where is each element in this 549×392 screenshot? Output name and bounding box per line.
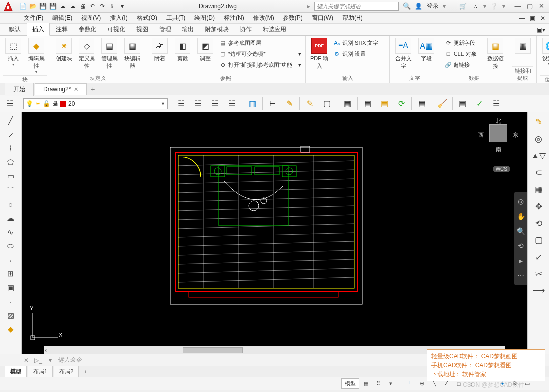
- tool-f-icon[interactable]: ▤: [456, 97, 469, 111]
- rectangle-icon[interactable]: ▭: [4, 170, 18, 183]
- ole-object-button[interactable]: □OLE 对象: [443, 49, 483, 59]
- datalink-button[interactable]: ▦数据链接: [485, 38, 506, 70]
- stretch-icon[interactable]: ⤢: [531, 249, 546, 264]
- update-field-button[interactable]: ⟳更新字段: [443, 38, 483, 48]
- ortho-icon[interactable]: └: [404, 379, 415, 389]
- cmd-dropdown-icon[interactable]: ▾: [46, 356, 55, 365]
- login-link[interactable]: 登录: [427, 2, 439, 10]
- tool-e-icon[interactable]: ▤: [415, 97, 429, 111]
- menu-file[interactable]: 文件(F): [22, 13, 45, 23]
- ribtab-parametric[interactable]: 参数化: [74, 23, 101, 35]
- drawing-canvas[interactable]: 北 西 东 南 WCS ◎ ✋ 🔍 ⟲ ▸ ⋯: [22, 112, 527, 354]
- circle-icon[interactable]: ○: [4, 198, 18, 211]
- block-editor-button[interactable]: ▦块编辑器: [122, 38, 143, 70]
- ucs-icon[interactable]: Y X: [28, 308, 63, 343]
- line-icon[interactable]: ╱: [4, 114, 18, 127]
- menu-annotate[interactable]: 标注(N): [222, 13, 246, 23]
- layout-2[interactable]: 布局2: [54, 366, 79, 377]
- layer-props-icon[interactable]: ☱: [3, 97, 17, 111]
- insert-icon[interactable]: ⊞: [4, 267, 18, 280]
- tool-d-icon[interactable]: ⟳: [394, 97, 408, 111]
- ribtab-view[interactable]: 视图: [131, 23, 153, 35]
- ribtab-insert[interactable]: 插入: [27, 23, 50, 36]
- polygon-icon[interactable]: ⬠: [4, 156, 18, 169]
- panel-import[interactable]: 输入: [309, 74, 386, 82]
- revcloud-icon[interactable]: ☁: [4, 212, 18, 225]
- copy-icon[interactable]: ◎: [531, 131, 546, 146]
- minimize-button[interactable]: —: [512, 2, 523, 11]
- set-location-button[interactable]: 🌐设定位置▾: [540, 38, 549, 74]
- dim-icon[interactable]: ⊢: [266, 97, 279, 111]
- insert-block-button[interactable]: ⬚插入▾: [3, 38, 24, 67]
- polyline-icon[interactable]: ⌇: [4, 142, 18, 155]
- menu-format[interactable]: 格式(O): [135, 13, 159, 23]
- doc-restore-button[interactable]: ▣: [528, 14, 537, 23]
- panel-ref[interactable]: 参照: [149, 74, 302, 82]
- ellipse-icon[interactable]: ⬭: [4, 239, 18, 252]
- doc-minimize-button[interactable]: —: [517, 14, 527, 23]
- draw-icon[interactable]: ✎: [282, 97, 296, 111]
- help-search-input[interactable]: [314, 2, 399, 11]
- tool-h-icon[interactable]: ☱: [489, 97, 503, 111]
- menu-window[interactable]: 窗口(W): [310, 13, 335, 23]
- offset-icon[interactable]: ⊂: [531, 165, 546, 180]
- view-cube[interactable]: 北 西 东 南: [478, 117, 518, 162]
- erase-icon[interactable]: ✎: [531, 114, 546, 129]
- snap-icon[interactable]: ⠿: [373, 379, 384, 389]
- block-icon[interactable]: ▢: [320, 97, 334, 111]
- undo-icon[interactable]: ↶: [89, 2, 96, 10]
- shx-text-button[interactable]: Aₐ识别 SHX 文字: [332, 38, 386, 48]
- field-button[interactable]: A▦字段: [416, 38, 437, 62]
- new-icon[interactable]: 📄: [19, 2, 27, 10]
- underlay-layers-button[interactable]: ▤参考底图图层: [218, 38, 302, 48]
- polar-icon[interactable]: ⊕: [416, 379, 427, 389]
- array-icon[interactable]: ▦: [531, 182, 546, 197]
- snap-underlay-button[interactable]: ⊕打开"捕捉到参考底图"功能 ▾: [218, 60, 302, 70]
- cmd-close-icon[interactable]: ✕: [22, 356, 31, 365]
- matchprop-icon[interactable]: ▥: [245, 97, 259, 111]
- ribtab-visualize[interactable]: 可视化: [102, 23, 130, 35]
- gradient-icon[interactable]: ◆: [4, 323, 18, 336]
- doc-close-button[interactable]: ✕: [538, 14, 547, 23]
- tool-g-icon[interactable]: ✓: [472, 97, 486, 111]
- menu-icon[interactable]: ▾: [385, 379, 396, 389]
- ray-icon[interactable]: ⟋: [4, 128, 18, 141]
- tool-c-icon[interactable]: ▤: [377, 97, 391, 111]
- maximize-button[interactable]: ▢: [524, 2, 535, 11]
- rotate-icon[interactable]: ⟲: [531, 216, 546, 231]
- cloud-open-icon[interactable]: ☁: [59, 2, 67, 10]
- adjust-button[interactable]: ◩调整: [195, 38, 216, 62]
- scale-icon[interactable]: ▢: [531, 233, 546, 247]
- layout-model[interactable]: 模型: [5, 366, 27, 377]
- mgr-attr-button[interactable]: ▤管理属性: [99, 38, 120, 70]
- recognize-settings-button[interactable]: ⚙识别 设置: [332, 49, 386, 59]
- panel-block[interactable]: 块: [3, 75, 47, 83]
- hatch-icon[interactable]: ▨: [4, 309, 18, 322]
- panel-data[interactable]: 数据: [443, 74, 506, 82]
- block-make-icon[interactable]: ▣: [4, 281, 18, 294]
- showmotion-icon[interactable]: ▸: [514, 253, 527, 268]
- layer-dropdown[interactable]: 💡 ☀ 🔓 🖶 20 ▼: [23, 98, 168, 109]
- open-icon[interactable]: 📂: [29, 2, 37, 10]
- ribtab-collab[interactable]: 协作: [235, 23, 257, 35]
- qat-dropdown-icon[interactable]: ▾: [118, 2, 126, 10]
- menu-edit[interactable]: 编辑(E): [50, 13, 74, 23]
- grid-icon[interactable]: ▦: [361, 379, 371, 389]
- panel-blockdef[interactable]: 块定义: [53, 74, 143, 82]
- ribtab-default[interactable]: 默认: [4, 23, 26, 35]
- layer-off-icon[interactable]: ☱: [191, 97, 205, 111]
- share-icon[interactable]: ⇪: [108, 2, 116, 10]
- ribtab-addin[interactable]: 附加模块: [200, 23, 234, 35]
- clip-button[interactable]: ◧剪裁: [172, 38, 193, 62]
- arc-icon[interactable]: ⌒: [4, 184, 18, 197]
- layer-lock-icon[interactable]: ☱: [225, 97, 239, 111]
- wcs-badge[interactable]: WCS: [493, 166, 510, 172]
- saveas-icon[interactable]: 💾: [49, 2, 57, 10]
- search-icon[interactable]: 🔍: [403, 2, 411, 10]
- menu-help[interactable]: 帮助(H): [340, 13, 365, 23]
- trim-icon[interactable]: ✂: [531, 266, 546, 281]
- frame-options-button[interactable]: ▢*边框可变选项* ▾: [218, 49, 302, 59]
- cmd-prompt-icon[interactable]: ▷_: [34, 356, 43, 365]
- close-tab-icon[interactable]: ✕: [74, 86, 78, 93]
- menu-draw[interactable]: 绘图(D): [192, 13, 217, 23]
